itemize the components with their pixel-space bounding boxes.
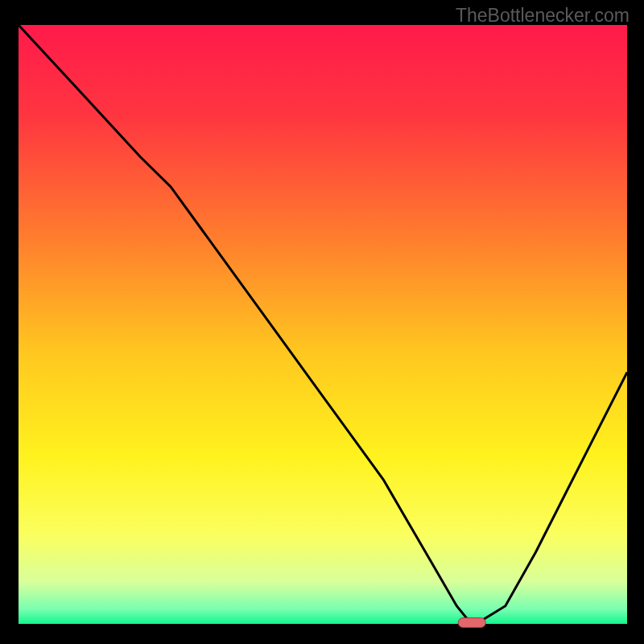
plot-background xyxy=(19,25,627,624)
chart-container: TheBottlenecker.com xyxy=(0,0,644,644)
optimal-marker xyxy=(458,618,485,628)
watermark-text: TheBottlenecker.com xyxy=(456,5,630,27)
chart-svg xyxy=(0,0,644,644)
